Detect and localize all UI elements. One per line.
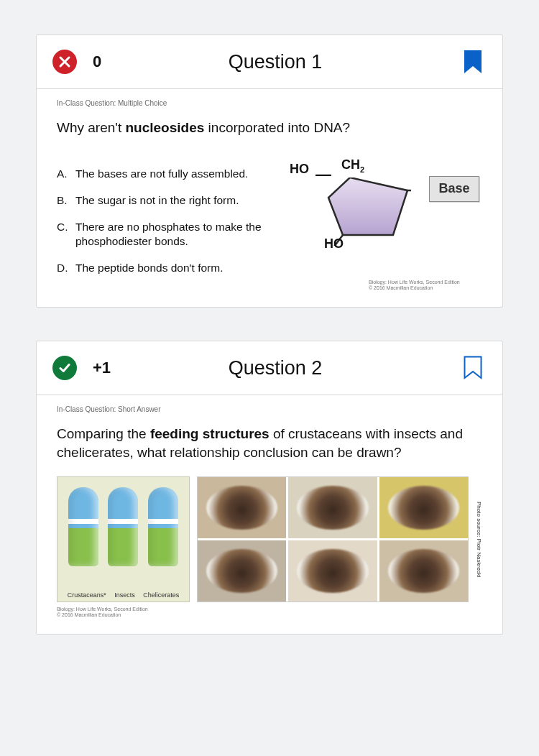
card-body: In-Class Question: Multiple Choice Why a… [37,89,502,307]
credit-line-2: © 2016 Macmillan Education [369,285,482,291]
label-ch2-sub: 2 [360,165,364,173]
label-ho-bottom: HO [324,236,344,252]
choice-c[interactable]: C. There are no phosphates to make the p… [57,220,265,250]
bullet-label: Chelicerates [143,591,179,599]
question-type-label: In-Class Question: Short Answer [57,405,482,413]
bullet-label: Insects [114,591,135,599]
choice-a[interactable]: A. The bases are not fully assembled. [57,167,265,182]
bookmark-button[interactable] [464,356,482,380]
question-prompt: Why aren't nucleosides incorporated into… [57,119,482,137]
phylogeny-panel: Crustaceans* Insects Chelicerates [57,476,190,602]
specimen-photo [379,477,468,538]
prompt-pre: Comparing the [57,426,150,441]
prompt-pre: Why aren't [57,120,126,135]
credit-line-1: Biology: How Life Works, Second Edition [57,607,482,612]
choice-text: There are no phosphates to make the phos… [75,220,265,250]
status-wrong-icon [52,50,77,74]
specimen-photo [288,540,377,601]
specimen-photo [198,477,286,538]
bullet-crustaceans-icon [68,487,98,566]
image-credit: Biology: How Life Works, Second Edition … [282,280,482,292]
specimen-photo [198,540,286,601]
label-ch2-text: CH [341,157,360,172]
choice-b[interactable]: B. The sugar is not in the right form. [57,193,265,208]
bullet-insects-icon [108,487,138,566]
figure-strip: Crustaceans* Insects Chelicerates Photo … [57,476,482,602]
label-ho-top: HO [290,162,309,177]
credit-line-2: © 2016 Macmillan Education [57,612,482,618]
svg-marker-0 [328,178,407,235]
question-card-1: 0 Question 1 In-Class Question: Multiple… [36,34,503,308]
question-title: Question 1 [87,51,464,73]
choice-d[interactable]: D. The peptide bonds don't form. [57,261,265,276]
choice-letter: C. [57,220,75,250]
choice-text: The bases are not fully assembled. [75,167,248,182]
specimen-photo [379,540,468,601]
question-prompt: Comparing the feeding structures of crus… [57,425,482,461]
nucleoside-diagram: HO — CH2 [282,152,482,292]
label-base: Base [429,176,479,202]
bookmark-button[interactable] [464,50,482,74]
question-type-label: In-Class Question: Multiple Choice [57,99,482,107]
prompt-bold: feeding structures [150,426,270,441]
pentagon-ring-icon [325,178,411,246]
choice-text: The peptide bonds don't form. [75,261,223,276]
specimen-photo [288,477,377,538]
question-title: Question 2 [87,357,464,379]
choice-text: The sugar is not in the right form. [75,193,239,208]
credit-line-1: Biology: How Life Works, Second Edition [369,280,482,285]
prompt-bold: nucleosides [126,120,205,135]
prompt-post: incorporated into DNA? [204,120,350,135]
card-header: 0 Question 1 [37,35,502,89]
answer-choices: A. The bases are not fully assembled. B.… [57,167,265,277]
choice-letter: D. [57,261,75,276]
bullet-label: Crustaceans* [68,591,106,599]
card-header: +1 Question 2 [37,341,502,395]
status-correct-icon [52,356,77,380]
card-body: In-Class Question: Short Answer Comparin… [37,395,502,634]
choice-letter: B. [57,193,75,208]
choice-letter: A. [57,167,75,182]
image-credit: Biology: How Life Works, Second Edition … [57,607,482,619]
bullet-chelicerates-icon [148,487,178,566]
photo-source-credit: Photo source: Piotr Naskrecki [476,476,482,602]
question-card-2: +1 Question 2 In-Class Question: Short A… [36,341,503,635]
photo-grid [197,476,469,602]
label-ch2: CH2 [341,157,364,174]
